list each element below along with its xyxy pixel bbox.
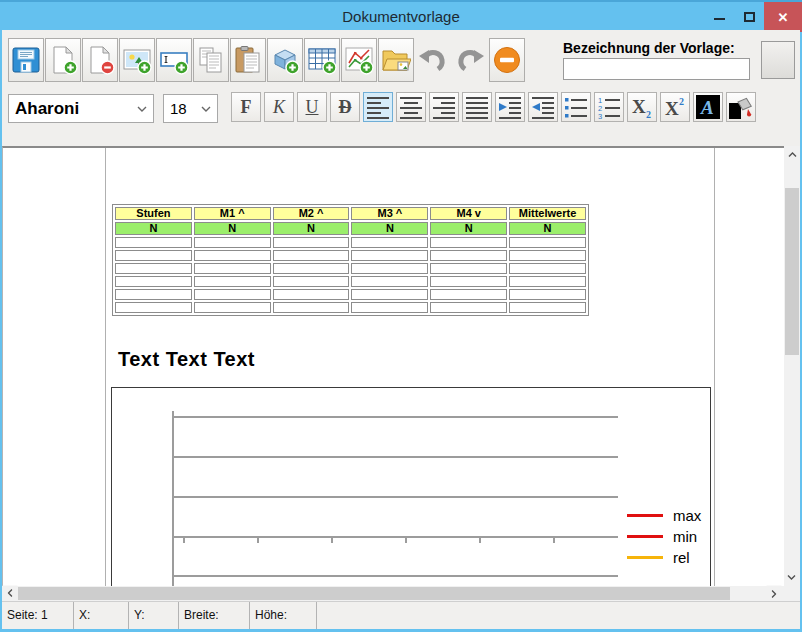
ribbon: Bezeichnung der Vorlage: Aharoni 18 FKUĐ… [2,30,800,146]
legend-line [627,514,663,517]
add-textfield-button[interactable] [156,38,192,82]
fill-color-button[interactable] [726,92,756,122]
table-row [115,302,586,313]
save-button[interactable] [8,38,44,82]
table-cell [430,237,507,248]
table-cell [509,237,586,248]
table-cell [115,289,192,300]
align-center-button[interactable] [396,92,426,122]
chart-y-axis [172,411,174,586]
add-textfield-icon [159,45,189,75]
vertical-scrollbar[interactable] [784,146,800,586]
delete-button[interactable] [489,38,525,82]
table-header-cell: M4 v [430,207,507,220]
chart-gridline [172,416,618,418]
table-cell: N [273,222,350,235]
legend-label: rel [673,549,690,566]
horizontal-scroll-thumb[interactable] [18,587,730,600]
align-right-button[interactable] [429,92,459,122]
table-cell [273,302,350,313]
template-action-button[interactable] [761,41,795,79]
bullet-list-icon [563,94,589,120]
redo-icon [455,45,485,75]
scroll-up-button[interactable] [784,146,800,162]
scroll-left-button[interactable] [3,586,18,602]
undo-icon [418,45,448,75]
table-header-cell: Stufen [115,207,192,220]
chart-axis-tick [257,538,259,543]
legend-line [627,535,663,538]
copy-button[interactable] [193,38,229,82]
font-color-button[interactable]: A [693,92,723,122]
justify-button[interactable] [462,92,492,122]
bold-button[interactable]: F [231,92,261,122]
align-left-button[interactable] [363,92,393,122]
table-cell [430,276,507,287]
delete-icon [492,45,522,75]
table-row [115,289,586,300]
redo-button[interactable] [452,38,488,82]
status-bar: Seite: 1X:Y:Breite:Höhe: [2,601,800,629]
table-cell [194,302,271,313]
strikethrough-button[interactable]: Đ [330,92,360,122]
status-field: Y: [129,602,179,629]
scroll-right-button[interactable] [767,586,782,602]
add-image-icon [122,45,152,75]
subscript-button[interactable]: X2 [627,92,657,122]
fill-color-icon [728,94,754,120]
data-table[interactable]: StufenM1 ^M2 ^M3 ^M4 vMittelwerteNNNNNN [112,204,589,316]
add-image-button[interactable] [119,38,155,82]
align-right-icon [431,94,457,120]
align-left-icon [365,94,391,120]
save-icon [11,45,41,75]
document-canvas[interactable]: StufenM1 ^M2 ^M3 ^M4 vMittelwerteNNNNNN … [2,146,784,586]
maximize-button[interactable] [734,2,764,32]
add-chart-button[interactable] [341,38,377,82]
scroll-down-button[interactable] [784,570,800,586]
chart-gridline [172,456,618,458]
indent-increase-button[interactable] [495,92,525,122]
table-cell [194,289,271,300]
maximize-icon [744,12,755,22]
font-color-icon: A [695,94,721,120]
open-button[interactable] [378,38,414,82]
bullet-list-button[interactable] [561,92,591,122]
table-row [115,237,586,248]
vertical-scroll-thumb[interactable] [785,188,799,355]
document-heading[interactable]: Text Text Text [118,348,255,371]
chart[interactable]: maxminrel [111,387,711,586]
table-row [115,250,586,261]
numbered-list-button[interactable]: 123 [594,92,624,122]
italic-button[interactable]: K [264,92,294,122]
status-field: Seite: 1 [2,602,74,629]
numbered-list-icon: 123 [596,94,622,120]
remove-page-button[interactable] [82,38,118,82]
add-block-button[interactable] [267,38,303,82]
close-button[interactable]: ✕ [764,2,802,32]
indent-decrease-button[interactable] [528,92,558,122]
table-row [115,263,586,274]
underline-button[interactable]: U [297,92,327,122]
font-size-select[interactable]: 18 [163,94,218,123]
add-table-button[interactable] [304,38,340,82]
font-size-value: 18 [170,100,187,117]
table-subheader-row: NNNNNN [115,222,586,235]
remove-page-icon [85,45,115,75]
minimize-button[interactable] [704,2,734,32]
indent-increase-icon [497,94,523,120]
undo-button[interactable] [415,38,451,82]
template-name-input[interactable] [563,58,750,80]
font-family-select[interactable]: Aharoni [8,94,154,123]
add-page-button[interactable] [45,38,81,82]
table-cell [194,250,271,261]
page-right-edge [714,148,715,586]
table-cell [115,302,192,313]
table-header-cell: M3 ^ [351,207,428,220]
chart-axis-tick [553,538,555,543]
chevron-down-icon [201,106,211,112]
align-center-icon [398,94,424,120]
horizontal-scrollbar[interactable] [2,586,784,601]
superscript-button[interactable]: X2 [660,92,690,122]
paste-button[interactable] [230,38,266,82]
table-cell [351,276,428,287]
